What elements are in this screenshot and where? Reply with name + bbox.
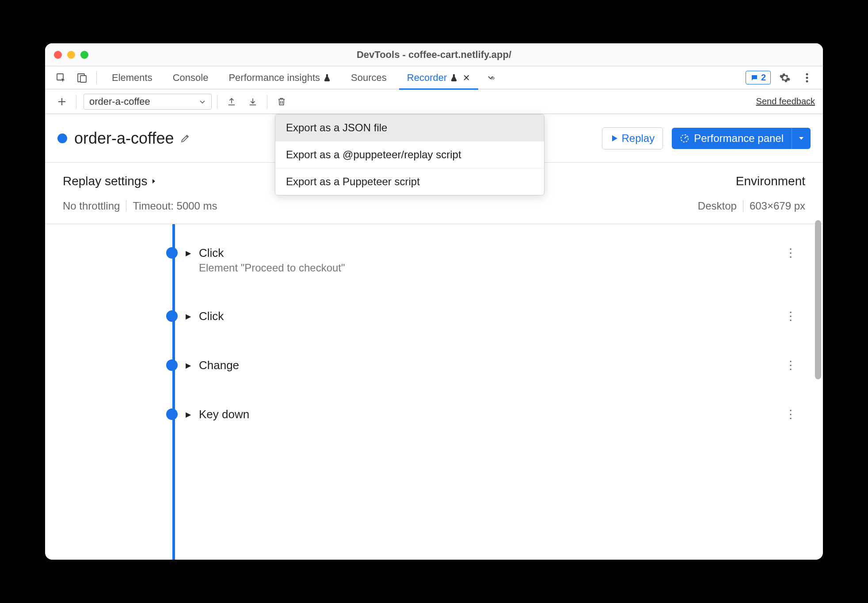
- step-content: Key down: [199, 408, 249, 421]
- maximize-window-button[interactable]: [80, 51, 88, 59]
- tab-label: Elements: [112, 72, 152, 84]
- chevron-down-icon: [199, 98, 206, 105]
- edit-title-icon[interactable]: [180, 133, 190, 144]
- step-dot: [166, 359, 178, 371]
- tab-right-controls: 2: [746, 70, 815, 86]
- flask-icon: [450, 74, 457, 82]
- device-toolbar-icon[interactable]: [73, 70, 89, 86]
- replay-settings-values: No throttling Timeout: 5000 ms: [63, 200, 680, 212]
- tab-strip: Elements Console Performance insights So…: [45, 66, 823, 89]
- import-icon[interactable]: [244, 93, 262, 111]
- chevron-right-icon: [151, 178, 157, 184]
- messages-count: 2: [761, 73, 766, 83]
- divider: [267, 95, 267, 108]
- chevron-right-icon: ▶: [186, 361, 191, 370]
- recording-selector[interactable]: order-a-coffee: [84, 94, 212, 110]
- step-dot: [166, 310, 178, 322]
- tab-label: Performance insights: [228, 72, 320, 84]
- svg-rect-2: [80, 76, 86, 82]
- close-tab-icon[interactable]: ✕: [463, 73, 470, 83]
- tab-label: Console: [173, 72, 209, 84]
- step-label: Change: [199, 359, 239, 372]
- close-window-button[interactable]: [54, 51, 62, 59]
- steps-list: ▶ Click Element "Proceed to checkout" ⋮ …: [45, 224, 823, 560]
- step-content: Click: [199, 309, 224, 323]
- send-feedback-link[interactable]: Send feedback: [756, 96, 815, 107]
- tab-elements[interactable]: Elements: [104, 66, 160, 89]
- new-recording-icon[interactable]: [53, 93, 71, 111]
- messages-badge[interactable]: 2: [746, 71, 771, 84]
- performance-panel-label: Performance panel: [694, 132, 784, 145]
- step-more-icon[interactable]: ⋮: [785, 309, 796, 323]
- throttle-value: No throttling: [63, 200, 120, 212]
- step-more-icon[interactable]: ⋮: [785, 246, 796, 260]
- step-label: Key down: [199, 408, 249, 421]
- minimize-window-button[interactable]: [67, 51, 75, 59]
- step-label: Click: [199, 246, 345, 260]
- environment-title: Environment: [698, 174, 805, 188]
- devtools-window: DevTools - coffee-cart.netlify.app/ Elem…: [45, 43, 823, 560]
- recording-header: order-a-coffee Replay Performance panel …: [45, 114, 823, 163]
- export-icon[interactable]: [223, 93, 240, 111]
- inspect-element-icon[interactable]: [53, 70, 69, 86]
- recorder-toolbar: order-a-coffee Send feedback: [45, 89, 823, 114]
- environment-values: Desktop 603×679 px: [698, 200, 805, 212]
- svg-point-5: [806, 80, 808, 82]
- tab-sources[interactable]: Sources: [343, 66, 395, 89]
- step-dot: [166, 247, 178, 259]
- divider: [743, 200, 743, 212]
- tab-recorder[interactable]: Recorder ✕: [399, 66, 478, 89]
- performance-panel-main[interactable]: Performance panel: [672, 128, 792, 149]
- step-item[interactable]: ▶ Change ⋮: [169, 359, 823, 372]
- svg-point-3: [806, 73, 808, 75]
- step-content: Click Element "Proceed to checkout": [199, 246, 345, 274]
- more-tabs-icon[interactable]: »: [483, 70, 499, 86]
- scrollbar-thumb[interactable]: [815, 220, 821, 379]
- step-item[interactable]: ▶ Key down ⋮: [169, 408, 823, 421]
- svg-point-4: [806, 76, 808, 79]
- performance-panel-dropdown[interactable]: [792, 128, 811, 149]
- export-menu-item-puppeteer[interactable]: Export as a Puppeteer script: [275, 168, 544, 195]
- step-more-icon[interactable]: ⋮: [785, 408, 796, 421]
- delete-icon[interactable]: [273, 93, 290, 111]
- timeout-value: Timeout: 5000 ms: [133, 200, 217, 212]
- gauge-icon: [680, 134, 689, 143]
- titlebar: DevTools - coffee-cart.netlify.app/: [45, 43, 823, 66]
- timeline-line: [172, 224, 175, 560]
- export-menu-item-json[interactable]: Export as a JSON file: [275, 114, 544, 141]
- chevron-right-icon: ▶: [186, 410, 191, 419]
- kebab-menu-icon[interactable]: [799, 70, 815, 86]
- divider: [217, 95, 217, 108]
- step-label: Click: [199, 309, 224, 323]
- performance-panel-button[interactable]: Performance panel: [672, 128, 811, 149]
- header-actions: Replay Performance panel: [602, 127, 811, 149]
- settings-gear-icon[interactable]: [777, 70, 793, 86]
- step-more-icon[interactable]: ⋮: [785, 359, 796, 372]
- chevron-right-icon: ▶: [186, 249, 191, 257]
- device-value: Desktop: [698, 200, 737, 212]
- step-content: Change: [199, 359, 239, 372]
- environment-settings: Environment Desktop 603×679 px: [698, 174, 805, 212]
- step-item[interactable]: ▶ Click ⋮: [169, 309, 823, 323]
- replay-label: Replay: [622, 132, 655, 145]
- tab-performance-insights[interactable]: Performance insights: [221, 66, 339, 89]
- traffic-lights: [54, 51, 88, 59]
- play-icon: [610, 134, 618, 142]
- chevron-down-icon: [798, 135, 804, 141]
- recording-status-dot: [57, 134, 67, 143]
- chat-icon: [750, 74, 758, 82]
- tab-label: Recorder: [407, 72, 447, 84]
- export-menu-item-puppeteer-replay[interactable]: Export as a @puppeteer/replay script: [275, 141, 544, 168]
- flask-icon: [324, 74, 331, 82]
- step-detail: Element "Proceed to checkout": [199, 262, 345, 274]
- tab-label: Sources: [351, 72, 387, 84]
- window-title: DevTools - coffee-cart.netlify.app/: [357, 49, 511, 61]
- recording-title: order-a-coffee: [74, 129, 174, 148]
- tab-console[interactable]: Console: [165, 66, 217, 89]
- export-menu: Export as a JSON file Export as a @puppe…: [275, 114, 544, 195]
- step-item[interactable]: ▶ Click Element "Proceed to checkout" ⋮: [169, 246, 823, 274]
- chevron-right-icon: ▶: [186, 312, 191, 321]
- step-dot: [166, 408, 178, 420]
- divider: [126, 200, 126, 212]
- replay-button[interactable]: Replay: [602, 127, 663, 149]
